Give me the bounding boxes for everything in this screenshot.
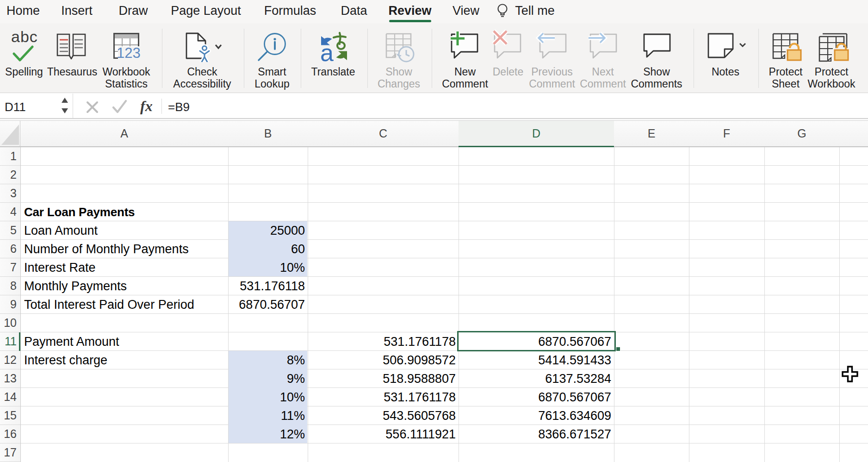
svg-text:a: a [320,39,334,62]
svg-text:123: 123 [117,45,140,61]
